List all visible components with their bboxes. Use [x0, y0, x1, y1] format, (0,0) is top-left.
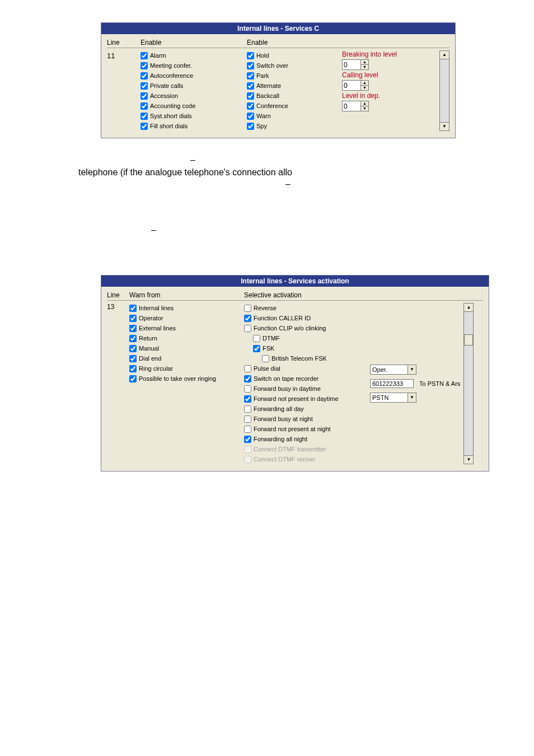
selective-activation-row[interactable]: Connect DTMF reciver — [244, 454, 370, 464]
services-c-a-row[interactable]: Autoconference — [140, 71, 247, 81]
selective-activation-row[interactable]: Forward busy at night — [244, 414, 370, 424]
selective-activation-checkbox[interactable] — [244, 426, 251, 433]
selective-activation-checkbox[interactable] — [244, 325, 251, 332]
selective-activation-checkbox[interactable] — [244, 375, 251, 382]
services-c-b-row[interactable]: Warn — [247, 111, 342, 121]
selective-activation-row[interactable]: Forward not present at night — [244, 424, 370, 434]
spinner-up-icon[interactable]: ▲ — [361, 60, 368, 65]
selective-activation-checkbox[interactable] — [253, 335, 260, 342]
selective-activation-row[interactable]: Pulse dial — [244, 363, 370, 374]
services-c-a-row[interactable]: Accession — [140, 91, 247, 101]
selective-activation-row[interactable]: Reverse — [244, 303, 370, 313]
spinner-down-icon[interactable]: ▼ — [361, 65, 368, 69]
scroll-up-icon[interactable]: ▲ — [440, 51, 449, 59]
level-spinner[interactable]: ▲▼ — [342, 59, 369, 70]
services-c-a-checkbox[interactable] — [140, 92, 148, 100]
warn-from-checkbox[interactable] — [129, 335, 137, 342]
services-c-a-checkbox[interactable] — [140, 113, 148, 120]
spinner-down-icon[interactable]: ▼ — [361, 86, 368, 90]
selective-activation-row[interactable]: Switch on tape recorder — [244, 374, 370, 384]
spinner-up-icon[interactable]: ▲ — [361, 81, 368, 86]
services-c-a-checkbox[interactable] — [140, 62, 148, 69]
selective-activation-row[interactable]: Function CLIP w/o clinking — [244, 323, 370, 333]
warn-from-row[interactable]: Possible to take over ringing — [129, 374, 244, 384]
spinner-input[interactable] — [343, 102, 360, 111]
warn-from-checkbox[interactable] — [129, 355, 137, 362]
selective-activation-checkbox[interactable] — [253, 345, 260, 352]
services-c-b-checkbox[interactable] — [247, 62, 254, 69]
selective-activation-checkbox[interactable] — [244, 305, 251, 312]
services-c-b-checkbox[interactable] — [247, 82, 254, 90]
services-c-b-checkbox[interactable] — [247, 113, 254, 120]
warn-from-checkbox[interactable] — [129, 345, 137, 352]
selective-activation-row[interactable]: Forward not present in daytime — [244, 394, 370, 404]
selective-activation-checkbox[interactable] — [244, 436, 251, 443]
services-c-a-row[interactable]: Syst.short dials — [140, 111, 247, 121]
warn-from-row[interactable]: Manual — [129, 343, 244, 353]
oper-dropdown-value[interactable] — [371, 366, 407, 374]
scroll-up-icon[interactable]: ▲ — [464, 304, 473, 312]
warn-from-checkbox[interactable] — [129, 305, 137, 312]
services-c-a-checkbox[interactable] — [140, 82, 148, 90]
selective-activation-checkbox[interactable] — [244, 456, 251, 463]
warn-from-checkbox[interactable] — [129, 375, 137, 382]
selective-activation-row[interactable]: Forwarding all night — [244, 434, 370, 444]
selective-activation-checkbox[interactable] — [244, 405, 251, 413]
services-c-a-checkbox[interactable] — [140, 123, 148, 130]
services-c-a-row[interactable]: Fill short dials — [140, 121, 247, 131]
services-c-b-checkbox[interactable] — [247, 72, 254, 80]
services-c-b-row[interactable]: Spy — [247, 121, 342, 131]
services-c-a-checkbox[interactable] — [140, 102, 148, 110]
services-c-b-checkbox[interactable] — [247, 102, 254, 110]
services-c-a-row[interactable]: Accounting code — [140, 101, 247, 111]
selective-activation-row[interactable]: Function CALLER ID — [244, 313, 370, 323]
level-spinner[interactable]: ▲▼ — [342, 101, 369, 111]
oper-dropdown[interactable]: ▼ — [370, 365, 416, 375]
warn-from-checkbox[interactable] — [129, 365, 137, 372]
services-c-b-checkbox[interactable] — [247, 92, 254, 100]
selective-activation-row[interactable]: Connect DTMF transmitter — [244, 444, 370, 454]
selective-activation-row[interactable]: British Telecom FSK — [244, 353, 370, 363]
selective-activation-checkbox[interactable] — [244, 315, 251, 322]
services-c-a-row[interactable]: Alarm — [140, 50, 247, 60]
selective-activation-row[interactable]: FSK — [244, 343, 370, 353]
selective-activation-checkbox[interactable] — [244, 365, 251, 372]
pstn-dropdown-value[interactable] — [371, 394, 407, 402]
selective-activation-row[interactable]: DTMF — [244, 333, 370, 343]
panel1-scrollbar[interactable]: ▲ ▼ — [439, 50, 449, 131]
selective-activation-checkbox[interactable] — [244, 416, 251, 423]
spinner-input[interactable] — [343, 81, 360, 90]
scroll-down-icon[interactable]: ▼ — [440, 122, 449, 130]
services-c-b-row[interactable]: Conference — [247, 101, 342, 111]
pstn-dropdown[interactable]: ▼ — [370, 393, 416, 403]
warn-from-row[interactable]: Ring circular — [129, 363, 244, 374]
warn-from-checkbox[interactable] — [129, 325, 137, 332]
services-c-b-row[interactable]: Alternate — [247, 81, 342, 91]
panel2-scrollbar[interactable]: ▲ ▼ — [463, 303, 474, 464]
selective-activation-row[interactable]: Forward busy in daytime — [244, 384, 370, 394]
services-c-b-row[interactable]: Backcall — [247, 91, 342, 101]
services-c-a-checkbox[interactable] — [140, 72, 148, 80]
selective-activation-row[interactable]: Forwarding all day — [244, 404, 370, 414]
services-c-b-checkbox[interactable] — [247, 123, 254, 130]
warn-from-row[interactable]: External lines — [129, 323, 244, 333]
chevron-down-icon[interactable]: ▼ — [407, 365, 416, 374]
services-c-a-row[interactable]: Private calls — [140, 81, 247, 91]
selective-activation-checkbox[interactable] — [244, 385, 251, 393]
services-c-b-checkbox[interactable] — [247, 52, 254, 59]
services-c-b-row[interactable]: Switch over — [247, 60, 342, 71]
warn-from-row[interactable]: Internal lines — [129, 303, 244, 313]
services-c-a-checkbox[interactable] — [140, 52, 148, 59]
scroll-thumb[interactable] — [464, 334, 473, 346]
chevron-down-icon[interactable]: ▼ — [407, 393, 416, 402]
warn-from-row[interactable]: Dial end — [129, 353, 244, 363]
warn-from-row[interactable]: Return — [129, 333, 244, 343]
services-c-a-row[interactable]: Meeting confer. — [140, 60, 247, 71]
warn-from-row[interactable]: Operator — [129, 313, 244, 323]
level-spinner[interactable]: ▲▼ — [342, 80, 369, 91]
spinner-up-icon[interactable]: ▲ — [361, 101, 368, 106]
services-c-b-row[interactable]: Hold — [247, 50, 342, 60]
spinner-input[interactable] — [343, 60, 360, 69]
selective-activation-checkbox[interactable] — [244, 395, 251, 403]
scroll-down-icon[interactable]: ▼ — [464, 455, 473, 464]
